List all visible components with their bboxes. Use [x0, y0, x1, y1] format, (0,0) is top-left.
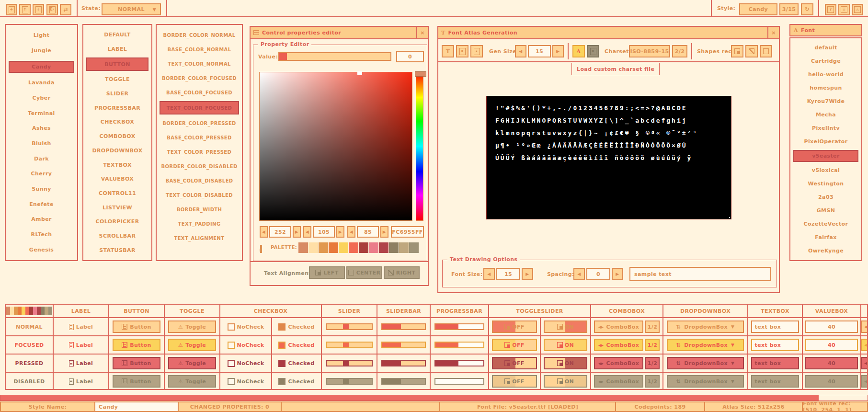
property-list-item[interactable]: BASE_COLOR_DISABLED: [160, 175, 239, 186]
blue-value-box[interactable]: 85: [357, 226, 379, 238]
font-list-item[interactable]: Westington: [793, 178, 858, 189]
control-list-item[interactable]: COMBOBOX: [86, 131, 148, 142]
combo-counter[interactable]: 1/2: [645, 375, 660, 388]
demo-toggle[interactable]: ⚠Toggle: [168, 357, 216, 369]
font-size-increment-arrow[interactable]: ▶: [522, 268, 533, 280]
value-box[interactable]: 0: [396, 51, 424, 62]
color-picker-panel[interactable]: [259, 72, 412, 221]
property-list-item[interactable]: TEXT_COLOR_NORMAL: [160, 58, 239, 69]
property-list-item[interactable]: BORDER_COLOR_NORMAL: [160, 29, 239, 41]
control-list-item[interactable]: CONTROL11: [86, 188, 148, 199]
font-atlas-image[interactable]: !"#$%&'()*+,-./0123456789:;<=>?@ABCDEFGH…: [486, 96, 731, 219]
align-left-button[interactable]: LEFT: [309, 266, 345, 279]
demo-checkbox-on[interactable]: Checked: [278, 323, 314, 331]
hue-bar-handle[interactable]: [415, 71, 426, 77]
property-list-item[interactable]: BORDER_COLOR_PRESSED: [160, 117, 239, 129]
style-list-item[interactable]: Terminal: [9, 108, 74, 118]
value-slider[interactable]: [278, 52, 391, 61]
demo-textbox[interactable]: text box: [751, 339, 799, 351]
issue-button[interactable]: ⚠: [852, 4, 863, 15]
spacing-increment-arrow[interactable]: ▶: [612, 268, 623, 280]
palette-swatch[interactable]: [298, 242, 308, 253]
property-list-item[interactable]: TEXT_COLOR_DISABLED: [160, 189, 239, 201]
gen-size-decrement-arrow[interactable]: ◀: [515, 45, 526, 57]
shapes-diagonal-button[interactable]: [745, 45, 758, 57]
font-list-item[interactable]: PixelOperator: [793, 137, 858, 147]
demo-dropdownbox[interactable]: ⇅DropdownBox▼: [667, 375, 744, 388]
close-icon[interactable]: ×: [416, 27, 428, 38]
load-font-button[interactable]: T: [442, 45, 454, 57]
demo-toggle[interactable]: ⚠Toggle: [168, 339, 216, 351]
demo-sliderbar[interactable]: [381, 360, 426, 366]
custom-charset-button[interactable]: x: [587, 45, 599, 57]
style-list-item[interactable]: Cyber: [9, 93, 74, 103]
control-list-item[interactable]: TEXTBOX: [86, 159, 148, 171]
demo-combobox[interactable]: ◂▸ComboBox1/2: [594, 339, 660, 351]
font-list-item[interactable]: PixelIntv: [793, 123, 858, 134]
color-picker-cursor[interactable]: [357, 71, 362, 75]
align-right-button[interactable]: RIGHT: [384, 266, 420, 279]
control-list-item[interactable]: LISTVIEW: [86, 202, 148, 213]
sample-text-input[interactable]: sample text: [629, 267, 771, 281]
demo-sliderbar[interactable]: [381, 342, 426, 348]
save-style-button[interactable]: ↓: [33, 4, 44, 15]
state-dropdown[interactable]: NORMAL ▼: [102, 3, 161, 15]
demo-toggleslider-off[interactable]: OFF: [492, 375, 537, 388]
combo-counter[interactable]: 1/2: [645, 339, 660, 351]
demo-spinner-clipped[interactable]: ◀: [861, 375, 868, 388]
property-list-item[interactable]: TEXT_ALIGNMENT: [160, 232, 239, 244]
palette-swatch[interactable]: [369, 242, 378, 253]
control-list-item[interactable]: PROGRESSBAR: [86, 102, 148, 114]
demo-button[interactable]: Button: [113, 357, 160, 369]
palette-swatch[interactable]: [409, 242, 419, 253]
demo-textbox[interactable]: text box: [751, 357, 799, 369]
green-decrement-arrow[interactable]: ◀: [303, 226, 311, 238]
property-list-item[interactable]: TEXT_COLOR_FOCUSED: [160, 101, 239, 114]
palette-swatch[interactable]: [308, 242, 318, 253]
style-list-item[interactable]: Light: [9, 31, 74, 41]
style-list-item[interactable]: Candy: [9, 61, 74, 73]
palette-swatch[interactable]: [399, 242, 409, 253]
style-reload-button[interactable]: ↻: [801, 3, 813, 15]
control-list-item[interactable]: TOGGLE: [86, 74, 148, 85]
demo-checkbox-off[interactable]: NoCheck: [228, 323, 264, 331]
palette-swatch[interactable]: [379, 242, 388, 253]
demo-toggle[interactable]: ⚠Toggle: [168, 320, 216, 333]
demo-toggleslider-off[interactable]: OFF: [492, 320, 537, 333]
font-list-item[interactable]: 2a03: [793, 192, 858, 202]
red-value-box[interactable]: 252: [269, 226, 291, 238]
shapes-empty-button[interactable]: [760, 45, 772, 57]
palette-swatch[interactable]: [319, 242, 328, 253]
demo-sliderbar[interactable]: [381, 323, 426, 330]
demo-checkbox-on[interactable]: Checked: [278, 342, 314, 349]
demo-toggleslider-off[interactable]: OFF: [492, 357, 537, 369]
property-list-item[interactable]: BORDER_COLOR_DISABLED: [160, 160, 239, 172]
spacing-value-box[interactable]: 0: [586, 268, 610, 280]
blue-decrement-arrow[interactable]: ◀: [347, 226, 355, 238]
control-list-item[interactable]: VALUEBOX: [86, 173, 148, 185]
gen-size-increment-arrow[interactable]: ▶: [552, 45, 564, 57]
properties-editor-titlebar[interactable]: Control properties editor ×: [251, 27, 428, 39]
charset-value-button[interactable]: ISO-8859-15: [629, 45, 670, 57]
demo-dropdownbox[interactable]: ⇅DropdownBox▼: [667, 320, 744, 333]
align-center-button[interactable]: CENTER: [346, 266, 382, 279]
demo-toggleslider-on[interactable]: ON: [544, 375, 587, 388]
export-style-button[interactable]: E›: [46, 4, 58, 15]
property-list-item[interactable]: BORDER_COLOR_FOCUSED: [160, 72, 239, 84]
new-style-button[interactable]: +: [6, 4, 17, 15]
green-increment-arrow[interactable]: ▶: [336, 226, 344, 238]
slider-knob[interactable]: [343, 379, 349, 384]
charset-page-button[interactable]: 2/2: [672, 45, 687, 57]
close-icon[interactable]: ×: [767, 27, 779, 38]
style-list-item[interactable]: Sunny: [9, 184, 74, 194]
shapes-white-rec-button[interactable]: [731, 45, 743, 57]
style-list-item[interactable]: RLTech: [9, 229, 74, 240]
demo-toggle[interactable]: ⚠Toggle: [168, 375, 216, 388]
font-list-item[interactable]: OwreKynge: [793, 245, 858, 256]
control-list-item[interactable]: LABEL: [86, 44, 148, 55]
style-name-input[interactable]: Candy: [94, 401, 179, 412]
property-list-item[interactable]: BASE_COLOR_PRESSED: [160, 132, 239, 143]
demo-valuebox[interactable]: 40: [805, 320, 858, 333]
style-list-item[interactable]: Lavanda: [9, 78, 74, 88]
style-name-button[interactable]: Candy: [739, 3, 777, 15]
